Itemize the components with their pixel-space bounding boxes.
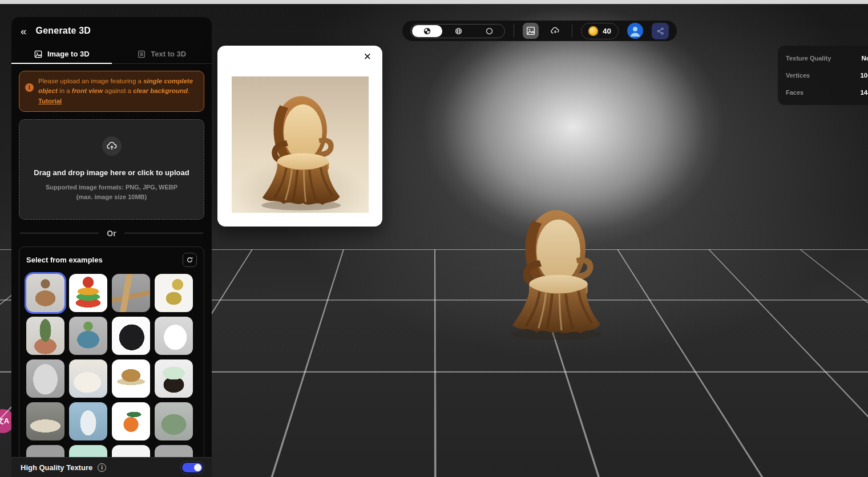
toolbar-divider: [572, 25, 572, 37]
generate-panel: « Generate 3D Image to 3D Text to 3D i P…: [11, 17, 212, 477]
example-thumb[interactable]: [112, 274, 150, 312]
show-source-image-button[interactable]: [523, 23, 539, 39]
credits-count: 40: [603, 27, 611, 35]
example-thumb[interactable]: [69, 274, 107, 312]
toolbar-divider: [514, 25, 514, 37]
render-mode-wireframe[interactable]: [443, 25, 474, 38]
example-thumb[interactable]: [112, 317, 150, 355]
stat-value: 106,497: [860, 72, 868, 79]
text-icon: [137, 50, 146, 59]
refresh-icon: [186, 256, 193, 264]
render-mode-plain[interactable]: [474, 25, 504, 38]
texture-quality-footer: High Quality Texture i: [11, 457, 212, 477]
example-thumb[interactable]: [26, 274, 64, 312]
tab-bar: Image to 3D Text to 3D: [11, 45, 212, 64]
stat-value: 144,684: [860, 89, 868, 96]
example-thumb[interactable]: [69, 359, 107, 398]
cloud-download-icon: [550, 26, 560, 36]
person-icon: [628, 24, 642, 38]
window-top-strip: [0, 0, 868, 4]
example-thumb[interactable]: [26, 402, 64, 440]
example-thumb[interactable]: [69, 402, 107, 440]
panel-header: « Generate 3D: [11, 17, 212, 45]
examples-grid: [26, 274, 197, 477]
share-button[interactable]: [652, 23, 669, 39]
coin-icon: [588, 26, 598, 36]
tab-image-to-3d[interactable]: Image to 3D: [11, 45, 112, 63]
viewport-toolbar: 40: [402, 21, 677, 41]
example-thumb[interactable]: [112, 402, 150, 440]
generated-3d-model[interactable]: [498, 206, 613, 342]
plain-circle-icon: [485, 27, 494, 35]
wireframe-globe-icon: [454, 27, 463, 35]
stat-label: Texture Quality: [786, 55, 831, 62]
upload-formats: Supported image formats: PNG, JPG, WEBP(…: [46, 183, 177, 203]
high-quality-texture-toggle[interactable]: [182, 463, 203, 472]
model-stats-panel: Texture Quality Normal Vertices 106,497 …: [778, 46, 868, 105]
render-mode-switcher: [410, 24, 505, 38]
close-icon[interactable]: ✕: [364, 52, 372, 62]
stat-label: Faces: [786, 89, 804, 96]
example-thumb[interactable]: [155, 359, 193, 398]
stat-texture-quality: Texture Quality Normal: [786, 50, 868, 67]
user-avatar[interactable]: [627, 23, 643, 39]
example-thumb[interactable]: [155, 274, 193, 312]
notice-text: Please upload an image featuring a singl…: [38, 76, 198, 106]
source-image-preview: [232, 76, 369, 213]
info-icon: i: [25, 83, 34, 92]
examples-title: Select from examples: [26, 256, 103, 264]
download-model-button[interactable]: [547, 23, 563, 39]
upload-title: Drag and drop image here or click to upl…: [34, 168, 189, 177]
shaded-sphere-icon: [423, 27, 431, 35]
example-thumb[interactable]: [69, 317, 107, 355]
upload-dropzone[interactable]: Drag and drop image here or click to upl…: [19, 119, 204, 220]
tab-label: Text to 3D: [151, 50, 186, 58]
app-window: « Generate 3D Image to 3D Text to 3D i P…: [0, 0, 868, 477]
example-thumb[interactable]: [112, 359, 150, 398]
example-thumb[interactable]: [155, 317, 193, 355]
stat-label: Vertices: [786, 72, 810, 79]
high-quality-texture-label: High Quality Texture: [21, 463, 92, 472]
info-icon[interactable]: i: [98, 463, 106, 472]
refresh-examples-button[interactable]: [183, 253, 197, 267]
tab-text-to-3d[interactable]: Text to 3D: [112, 45, 212, 63]
example-thumb[interactable]: [26, 359, 64, 398]
tab-label: Image to 3D: [47, 50, 90, 58]
image-icon: [526, 26, 536, 36]
or-label: Or: [107, 229, 116, 238]
credits-badge[interactable]: 40: [581, 23, 619, 39]
stat-value: Normal: [861, 55, 868, 62]
collapse-panel-icon[interactable]: «: [21, 26, 27, 37]
tutorial-link[interactable]: Tutorial: [38, 98, 62, 104]
panel-body: i Please upload an image featuring a sin…: [11, 64, 212, 477]
or-divider: Or: [20, 229, 203, 238]
image-icon: [34, 50, 43, 59]
example-thumb[interactable]: [155, 402, 193, 440]
share-icon: [656, 27, 665, 35]
example-thumb[interactable]: [26, 317, 64, 355]
upload-guidelines-notice: i Please upload an image featuring a sin…: [19, 71, 204, 112]
cloud-upload-icon: [102, 136, 122, 156]
examples-section: Select from examples: [19, 246, 204, 477]
source-image-modal: ✕: [217, 46, 382, 227]
page-title: Generate 3D: [36, 26, 91, 36]
stat-vertices: Vertices 106,497: [786, 67, 868, 84]
render-mode-textured[interactable]: [412, 25, 442, 37]
stat-faces: Faces 144,684: [786, 84, 868, 101]
